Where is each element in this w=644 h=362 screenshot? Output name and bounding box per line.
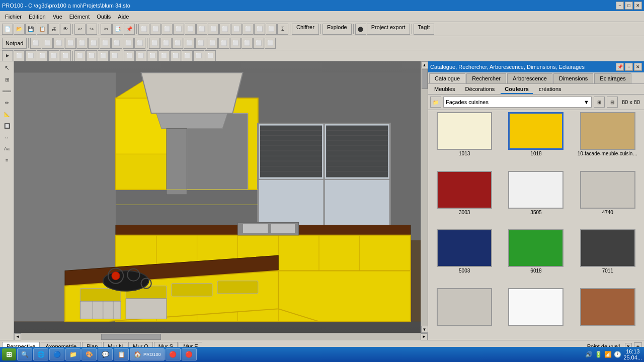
t3-btn-14[interactable]: ⬜ (158, 50, 170, 61)
t2-btn-13[interactable]: ⬜ (172, 38, 183, 49)
select-tool[interactable]: ↖ (2, 62, 13, 73)
t2-btn-3[interactable]: ⬜ (53, 38, 64, 49)
color-item-6018[interactable]: 6018 (502, 229, 570, 285)
tb-btn-j[interactable]: ⬜ (243, 24, 254, 35)
taskbar-app1[interactable]: 📋 (114, 348, 129, 360)
print-btn[interactable]: 🖨 (48, 24, 59, 35)
color-item-wood[interactable] (574, 288, 642, 338)
t2-btn-11[interactable]: ⬜ (149, 38, 160, 49)
grid-view-btn[interactable]: ⊟ (607, 97, 618, 108)
t2-btn-17[interactable]: ⬜ (218, 38, 229, 49)
hscroll-thumb[interactable] (101, 334, 161, 340)
t2-btn-10[interactable]: ⬜ (134, 38, 145, 49)
subtab-creations[interactable]: créations (535, 85, 566, 94)
tool-4[interactable]: ✏ (2, 97, 13, 108)
tab-eclairages[interactable]: Eclairages (594, 73, 631, 83)
t2-btn-8[interactable]: ⬜ (111, 38, 122, 49)
t3-btn-8[interactable]: ⬜ (86, 50, 97, 61)
color-item-1018[interactable]: 1018 (502, 112, 570, 168)
category-dropdown[interactable]: Façades cuisines ▼ (443, 97, 592, 108)
chiffrer-btn[interactable]: Chiffrer (292, 24, 319, 35)
menu-fichier[interactable]: Fichier (2, 13, 25, 21)
color-item-4740[interactable]: 4740 (574, 171, 642, 227)
t2-btn-16[interactable]: ⬜ (207, 38, 218, 49)
t3-btn-11[interactable]: ⬜ (124, 50, 135, 61)
taskbar-app2[interactable]: 🔴 (166, 348, 181, 360)
taskbar-chrome[interactable]: 🔵 (49, 348, 64, 360)
t2-btn-12[interactable]: ⬜ (160, 38, 172, 49)
tool-2[interactable]: ⊞ (2, 74, 13, 85)
tool-7[interactable]: ↔ (2, 132, 13, 143)
subtab-meubles[interactable]: Meubles (430, 85, 459, 94)
taskbar-explorer[interactable]: 📁 (65, 348, 80, 360)
tb-btn-b[interactable]: ⬜ (150, 24, 161, 35)
tagit-btn[interactable]: TagIt (414, 24, 435, 35)
t3-btn-9[interactable]: ⬜ (98, 50, 109, 61)
tool-8[interactable]: Aa (2, 143, 13, 154)
tool-6[interactable]: 🔲 (2, 120, 13, 131)
t3-btn-3[interactable]: ⬜ (25, 50, 36, 61)
t3-btn-15[interactable]: ⬜ (170, 50, 181, 61)
start-button[interactable]: ⊞ (2, 348, 16, 360)
tool-5[interactable]: 📐 (2, 109, 13, 120)
viewport-scrollbar[interactable]: ▲ ▼ (421, 61, 428, 333)
t3-btn-18[interactable]: ⬜ (205, 50, 216, 61)
color-item-white[interactable] (502, 288, 570, 338)
3d-viewport[interactable] (14, 61, 421, 333)
tab-catalogue[interactable]: Catalogue (429, 73, 465, 83)
taskbar-search[interactable]: 🔍 (17, 348, 32, 360)
t2-btn-14[interactable]: ⬜ (184, 38, 195, 49)
sigma-btn[interactable]: Σ (277, 24, 288, 35)
t3-btn-6[interactable]: ⬜ (60, 50, 71, 61)
circle-btn[interactable]: ⬤ (355, 24, 366, 35)
taskbar-ie[interactable]: 🌐 (33, 348, 48, 360)
t3-btn-17[interactable]: ⬜ (193, 50, 204, 61)
taskbar-pro100[interactable]: 🏠 PRO100 (130, 348, 165, 360)
hscroll-left-button[interactable]: ◄ (14, 333, 21, 340)
tb-btn-d[interactable]: ⬜ (173, 24, 184, 35)
scroll-thumb[interactable] (422, 69, 428, 89)
color-item-light-gray[interactable] (430, 288, 499, 338)
paste-btn[interactable]: 📑 (112, 24, 123, 35)
t3-btn-13[interactable]: ⬜ (147, 50, 158, 61)
hscroll-right-button[interactable]: ► (421, 333, 428, 340)
rp-minimize-button[interactable]: − (625, 63, 633, 71)
tb-btn-a[interactable]: ⬜ (138, 24, 149, 35)
t2-btn-7[interactable]: ⬜ (100, 38, 111, 49)
project-export-btn[interactable]: Project export (367, 24, 410, 35)
undo-btn[interactable]: ↩ (74, 24, 86, 35)
scroll-down-button[interactable]: ▼ (421, 326, 428, 333)
t2-btn-4[interactable]: ⬜ (65, 38, 76, 49)
taskbar-paint[interactable]: 🎨 (82, 348, 97, 360)
tab-rechercher[interactable]: Rechercher (466, 73, 506, 83)
color-item-10-facade[interactable]: 10-facade-meuble-cuisine-equipee-cmalvh_… (574, 112, 642, 168)
menu-vue[interactable]: Vue (50, 13, 65, 21)
tool-3[interactable]: ═══ (2, 85, 13, 97)
subtab-couleurs[interactable]: Couleurs (501, 85, 533, 94)
menu-outils[interactable]: Outils (94, 13, 114, 21)
t2-btn-15[interactable]: ⬜ (195, 38, 206, 49)
t2-btn-1[interactable]: ⬜ (30, 38, 41, 49)
t3-btn-5[interactable]: ⬜ (48, 50, 59, 61)
view-toggle-btn[interactable]: ⊞ (594, 97, 605, 108)
t2-btn-5[interactable]: ⬜ (76, 38, 88, 49)
t3-btn-2[interactable]: ⬜ (14, 50, 25, 61)
tb-btn-g[interactable]: ⬜ (208, 24, 219, 35)
rp-close-button[interactable]: ✕ (634, 63, 642, 71)
tb-btn-k[interactable]: ⬜ (254, 24, 265, 35)
t2-btn-9[interactable]: ⬜ (123, 38, 134, 49)
menu-edition[interactable]: Edition (26, 13, 49, 21)
maximize-button[interactable]: □ (625, 2, 633, 10)
tab-arborescence[interactable]: Arborescence (507, 73, 552, 83)
tb-btn-l[interactable]: ⬜ (266, 24, 277, 35)
tb-btn-e[interactable]: ⬜ (185, 24, 196, 35)
explode-btn[interactable]: Explode (323, 24, 352, 35)
tb-btn-h[interactable]: ⬜ (219, 24, 230, 35)
t3-btn-12[interactable]: ⬜ (135, 50, 146, 61)
t2-btn-2[interactable]: ⬜ (42, 38, 53, 49)
redo-btn[interactable]: ↪ (86, 24, 97, 35)
t3-btn-1[interactable]: ▶ (2, 50, 13, 61)
view-btn[interactable]: 👁 (60, 24, 71, 35)
tool-9[interactable]: ≡ (2, 155, 13, 166)
pin-btn[interactable]: 📌 (124, 24, 135, 35)
